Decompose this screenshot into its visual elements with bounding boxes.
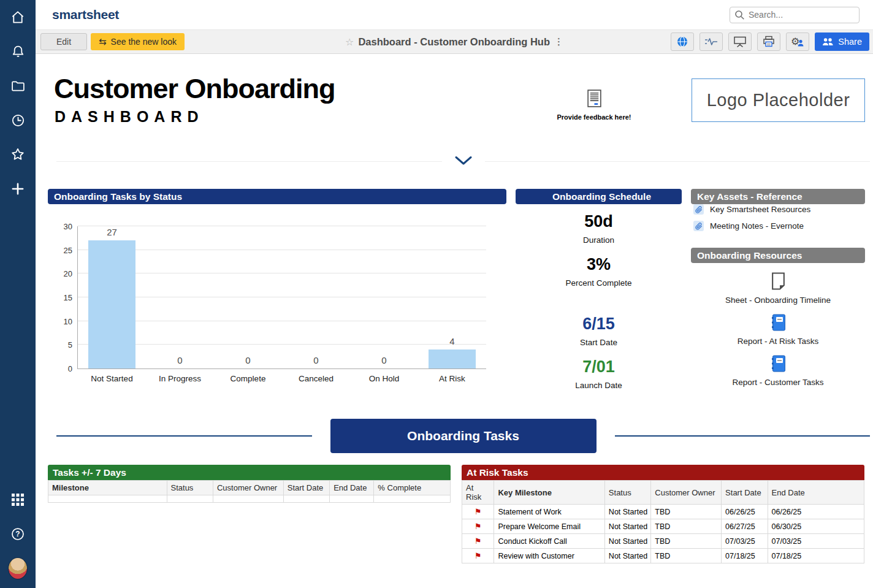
resource-report-shortcut[interactable]: Report - Customer Tasks — [691, 355, 865, 387]
see-new-look-button[interactable]: ⇆ See the new look — [91, 33, 185, 50]
print-button[interactable] — [757, 32, 780, 51]
notifications-bell-icon[interactable] — [8, 42, 28, 61]
table-cell — [374, 495, 451, 503]
week-tasks-widget: Tasks +/- 7 Days MilestoneStatusCustomer… — [48, 465, 451, 563]
key-assets-title: Key Assets - Reference — [691, 189, 865, 204]
at-risk-flag-icon: ⚑ — [462, 519, 494, 534]
table-cell: 06/27/25 — [722, 519, 768, 534]
column-header: Status — [167, 481, 213, 495]
share-people-icon — [822, 37, 834, 47]
table-cell — [330, 495, 374, 503]
chart-widget[interactable]: Onboarding Tasks by Status 0510152025302… — [48, 189, 506, 391]
gridline — [78, 226, 486, 226]
printer-icon — [763, 36, 775, 48]
table-row[interactable]: ⚑Statement of WorkNot StartedTBD06/26/25… — [462, 505, 864, 519]
recents-clock-icon[interactable] — [8, 110, 28, 130]
smartsheet-logo: smartsheet — [52, 7, 119, 22]
y-axis-tick-label: 30 — [64, 222, 72, 231]
account-menu[interactable] — [8, 559, 28, 578]
more-options-kebab-icon[interactable]: ⋮ — [554, 36, 563, 47]
at-risk-tasks-table: At RiskKey MilestoneStatusCustomer Owner… — [462, 480, 864, 563]
divider-line-left — [56, 435, 312, 437]
start-date-value: 6/15 — [516, 315, 682, 334]
chevron-down-icon[interactable] — [442, 156, 485, 168]
toolbar: Edit ⇆ See the new look ☆ Dashboard - Cu… — [36, 29, 873, 54]
table-row[interactable] — [48, 495, 451, 503]
table-cell — [48, 495, 167, 503]
y-axis-tick-label: 25 — [64, 245, 72, 254]
top-bar: smartsheet — [36, 0, 873, 29]
table-cell: 07/18/25 — [722, 549, 768, 563]
table-cell: Prepare Welcome Email — [494, 519, 604, 534]
presentation-mode-button[interactable] — [728, 32, 752, 51]
key-assets-link-2[interactable]: Meeting Notes - Evernote — [693, 221, 865, 231]
bar-not-started[interactable] — [88, 240, 136, 368]
share-button[interactable]: Share — [815, 32, 869, 51]
resource-label: Report - Customer Tasks — [732, 378, 823, 387]
see-new-look-label: See the new look — [111, 37, 177, 47]
favorite-star-icon[interactable]: ☆ — [345, 36, 354, 48]
x-axis-category-label: At Risk — [439, 374, 465, 383]
publish-globe-button[interactable] — [671, 32, 694, 51]
gridline — [78, 250, 486, 250]
home-icon[interactable] — [8, 7, 28, 27]
table-cell: Not Started — [604, 505, 650, 519]
x-axis-category-label: Canceled — [299, 374, 334, 383]
search-input[interactable] — [730, 7, 860, 23]
divider-line-right — [615, 435, 871, 437]
collapse-divider — [56, 155, 870, 169]
favorites-star-icon[interactable] — [8, 145, 28, 164]
gridline — [78, 273, 486, 273]
report-icon — [771, 355, 786, 372]
search-box — [730, 7, 860, 23]
table-row[interactable]: ⚑Conduct Kickoff CallNot StartedTBD07/03… — [462, 534, 864, 549]
y-axis-tick-label: 5 — [68, 340, 72, 349]
column-header: Customer Owner — [213, 481, 283, 495]
toolbar-right-actions: ⚙ Share — [671, 32, 869, 51]
resource-report-shortcut[interactable]: Report - At Risk Tasks — [691, 314, 865, 346]
resource-sheet-shortcut[interactable]: Sheet - Onboarding Timeline — [691, 272, 865, 305]
table-cell: 06/30/25 — [768, 519, 864, 534]
user-avatar[interactable] — [8, 557, 28, 579]
asset-link-label: Key Smartsheet Resources — [710, 205, 810, 214]
edit-button[interactable]: Edit — [40, 33, 87, 50]
table-cell — [167, 495, 213, 503]
schedule-widget[interactable]: Onboarding Schedule 50d Duration 3% Perc… — [516, 189, 682, 391]
onboarding-resources-title: Onboarding Resources — [691, 248, 865, 263]
table-cell: TBD — [651, 549, 722, 563]
tasks-button-row: Onboarding Tasks — [56, 419, 870, 453]
at-risk-flag-icon: ⚑ — [462, 534, 494, 549]
key-assets-link-1[interactable]: Key Smartsheet Resources — [693, 204, 865, 215]
table-row[interactable]: ⚑Prepare Welcome EmailNot StartedTBD06/2… — [462, 519, 864, 534]
report-icon — [771, 314, 786, 331]
x-axis-category-label: In Progress — [159, 374, 201, 383]
bar-at-risk[interactable] — [429, 349, 476, 368]
column-header: Milestone — [48, 481, 167, 495]
at-risk-flag-icon: ⚑ — [462, 505, 494, 519]
feedback-widget[interactable]: Provide feedback here! — [554, 90, 635, 121]
help-icon[interactable]: ? — [8, 524, 28, 544]
onboarding-tasks-button[interactable]: Onboarding Tasks — [330, 419, 597, 453]
bar-chart: 05101520253027Not Started0In Progress0Co… — [48, 207, 506, 391]
folders-icon[interactable] — [8, 76, 28, 96]
x-axis-category-label: Not Started — [91, 374, 132, 383]
table-cell: Not Started — [604, 534, 650, 549]
table-cell: 06/26/25 — [722, 505, 768, 519]
table-cell: Not Started — [604, 549, 650, 563]
create-plus-icon[interactable] — [8, 179, 28, 199]
column-header: Start Date — [283, 481, 329, 495]
table-cell: TBD — [651, 534, 722, 549]
column-header: Status — [604, 481, 650, 505]
table-row[interactable]: ⚑Review with CustomerNot StartedTBD07/18… — [462, 549, 864, 563]
launch-date-value: 7/01 — [516, 357, 682, 376]
table-cell — [213, 495, 283, 503]
sheet-icon — [771, 272, 786, 290]
app-launcher-grid-icon[interactable] — [8, 490, 28, 510]
chart-plot: 05101520253027Not Started0In Progress0Co… — [77, 226, 486, 369]
widgets-row: Onboarding Tasks by Status 0510152025302… — [48, 189, 865, 391]
table-cell: 07/03/25 — [722, 534, 768, 549]
user-permissions-button[interactable]: ⚙ — [786, 32, 809, 51]
left-navigation-rail: ? — [0, 0, 36, 588]
week-tasks-table: MilestoneStatusCustomer OwnerStart DateE… — [48, 480, 451, 503]
activity-log-button[interactable] — [700, 32, 723, 51]
